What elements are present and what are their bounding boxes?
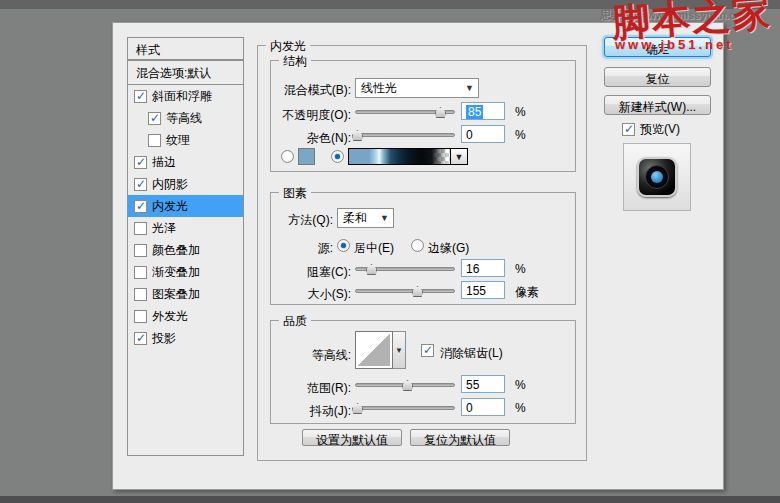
choke-unit: %: [515, 262, 526, 276]
size-label: 大小(S):: [271, 286, 351, 303]
blending-options-label: 混合选项:默认: [136, 66, 211, 80]
reset-button[interactable]: 复位: [604, 67, 711, 87]
preview-checkbox[interactable]: [622, 123, 635, 136]
blend-mode-select[interactable]: 线性光 ▼: [355, 78, 479, 98]
color-swatch[interactable]: [298, 148, 315, 165]
size-slider[interactable]: [355, 284, 455, 298]
range-unit: %: [515, 378, 526, 392]
structure-group-title: 结构: [279, 53, 311, 70]
opacity-slider[interactable]: [355, 105, 455, 119]
noise-input[interactable]: 0: [461, 125, 505, 143]
slider-thumb[interactable]: [352, 130, 363, 141]
sidebar-item-7[interactable]: 颜色叠加: [128, 239, 243, 261]
sidebar-item-4[interactable]: 内阴影: [128, 173, 243, 195]
sidebar-item-9[interactable]: 图案叠加: [128, 283, 243, 305]
checkbox-icon[interactable]: [134, 266, 147, 279]
jitter-slider[interactable]: [355, 401, 455, 415]
sidebar-item-label: 光泽: [152, 220, 176, 237]
checkbox-icon[interactable]: [134, 200, 147, 213]
checkbox-icon[interactable]: [134, 244, 147, 257]
slider-thumb[interactable]: [412, 286, 423, 297]
sidebar-item-8[interactable]: 渐变叠加: [128, 261, 243, 283]
noise-slider[interactable]: [355, 128, 455, 142]
size-value: 155: [466, 284, 486, 298]
checkbox-icon[interactable]: [134, 90, 147, 103]
range-slider[interactable]: [355, 378, 455, 392]
sidebar-item-0[interactable]: 斜面和浮雕: [128, 85, 243, 107]
antialias-label: 消除锯齿(L): [440, 345, 503, 362]
sidebar-item-label: 内发光: [152, 198, 188, 215]
sidebar-item-blending-options[interactable]: 混合选项:默认: [128, 61, 243, 85]
range-input[interactable]: 55: [461, 375, 505, 393]
range-label: 范围(R):: [271, 380, 351, 397]
checkbox-icon[interactable]: [134, 222, 147, 235]
lens-center-dot: [651, 171, 663, 183]
sidebar-item-label: 纹理: [166, 132, 190, 149]
styles-panel-title: 样式: [136, 43, 160, 57]
checkbox-icon[interactable]: [134, 310, 147, 323]
sidebar-item-label: 投影: [152, 330, 176, 347]
opacity-unit: %: [515, 105, 526, 119]
slider-thumb[interactable]: [402, 380, 413, 391]
jitter-input[interactable]: 0: [461, 398, 505, 416]
antialias-checkbox[interactable]: [421, 344, 434, 357]
sidebar-item-11[interactable]: 投影: [128, 327, 243, 349]
opacity-input[interactable]: 85: [461, 102, 505, 120]
chevron-down-icon[interactable]: ▼: [378, 212, 391, 225]
make-default-button[interactable]: 设置为默认值: [302, 429, 402, 446]
chevron-down-icon[interactable]: ▼: [463, 82, 476, 95]
sidebar-item-5[interactable]: 内发光: [128, 195, 243, 217]
checkbox-icon[interactable]: [148, 134, 161, 147]
noise-label: 杂色(N):: [271, 130, 351, 147]
sidebar-item-label: 渐变叠加: [152, 264, 200, 281]
sidebar-item-2[interactable]: 纹理: [128, 129, 243, 151]
slider-track: [355, 133, 455, 137]
gradient-radio[interactable]: [331, 150, 344, 163]
checkbox-icon[interactable]: [134, 288, 147, 301]
reset-default-button[interactable]: 复位为默认值: [410, 429, 510, 446]
gradient-preview[interactable]: [348, 148, 451, 165]
checkbox-icon[interactable]: [148, 112, 161, 125]
contour-label: 等高线:: [271, 347, 351, 364]
size-unit: 像素: [515, 284, 539, 301]
source-edge-radio[interactable]: [411, 239, 424, 252]
elements-group: 图素 方法(Q): 柔和 ▼ 源: 居中(E) 边缘(G) 阻塞(C): 16 …: [270, 192, 576, 305]
styles-list-items: 斜面和浮雕等高线纹理描边内阴影内发光光泽颜色叠加渐变叠加图案叠加外发光投影: [128, 85, 243, 349]
size-input[interactable]: 155: [461, 281, 505, 299]
checkbox-icon[interactable]: [134, 178, 147, 191]
sidebar-item-3[interactable]: 描边: [128, 151, 243, 173]
contour-picker-arrow[interactable]: ▼: [393, 331, 406, 369]
method-select[interactable]: 柔和 ▼: [337, 208, 394, 228]
sidebar-item-1[interactable]: 等高线: [128, 107, 243, 129]
method-label: 方法(Q):: [253, 212, 333, 229]
blend-mode-label: 混合模式(B):: [271, 82, 351, 99]
checkbox-icon[interactable]: [134, 156, 147, 169]
sidebar-item-10[interactable]: 外发光: [128, 305, 243, 327]
gradient-fill: [349, 149, 450, 164]
styles-panel-header[interactable]: 样式: [127, 37, 244, 60]
sidebar-item-label: 等高线: [166, 110, 202, 127]
slider-thumb[interactable]: [435, 107, 446, 118]
sidebar-item-6[interactable]: 光泽: [128, 217, 243, 239]
slider-thumb[interactable]: [366, 264, 377, 275]
noise-value: 0: [466, 128, 473, 142]
watermark-jb51-url: www.jb51.net: [615, 37, 734, 52]
jitter-unit: %: [515, 401, 526, 415]
contour-picker[interactable]: [355, 331, 393, 369]
choke-input[interactable]: 16: [461, 259, 505, 277]
checkbox-icon[interactable]: [134, 332, 147, 345]
new-style-button[interactable]: 新建样式(W)...: [604, 95, 711, 115]
bottom-border-strip: [0, 496, 780, 503]
preview-toggle[interactable]: 预览(V): [622, 121, 680, 138]
sidebar-item-label: 外发光: [152, 308, 188, 325]
source-center-radio[interactable]: [337, 239, 350, 252]
color-radio[interactable]: [281, 150, 294, 163]
sidebar-item-label: 颜色叠加: [152, 242, 200, 259]
slider-thumb[interactable]: [352, 403, 363, 414]
contour-thumbnail: [358, 334, 390, 366]
source-label: 源:: [253, 240, 333, 257]
choke-slider[interactable]: [355, 262, 455, 276]
gradient-picker-arrow[interactable]: ▼: [451, 148, 468, 165]
sidebar-item-label: 描边: [152, 154, 176, 171]
quality-group-title: 品质: [279, 313, 311, 330]
